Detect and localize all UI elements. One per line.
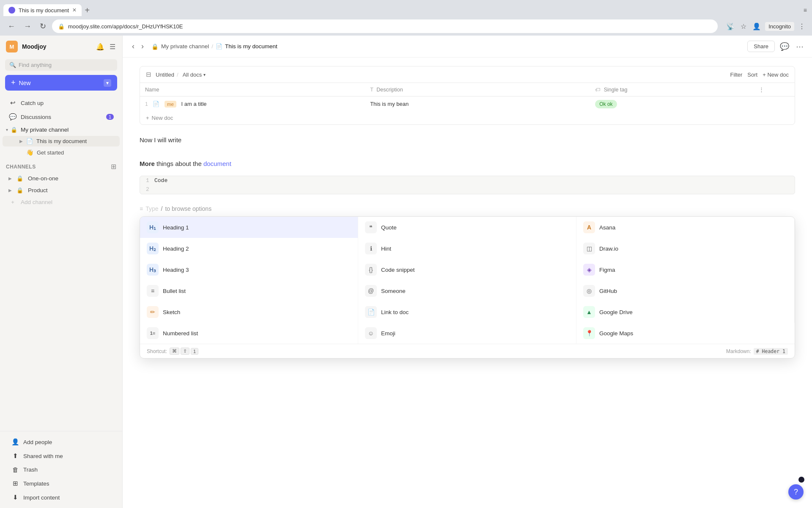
key-cmd: ⌘ xyxy=(170,348,179,355)
comment-btn[interactable]: 💬 xyxy=(778,40,791,53)
code-line-1: 1 Code xyxy=(140,176,795,185)
cmd-heading1[interactable]: H₁ Heading 1 xyxy=(140,217,358,238)
url-text: moodjoy.slite.com/app/docs/r_DHzUYfHSK10… xyxy=(68,23,712,30)
cmd-emoji[interactable]: ☺ Emoji xyxy=(358,323,576,344)
sidebar: M Moodjoy 🔔 ☰ 🔍 Find anything + New ▾ ↩ … xyxy=(0,36,123,508)
doc-item-this-is-my-document[interactable]: ▶ 📄 This is my document xyxy=(3,136,120,146)
sidebar-item-trash[interactable]: 🗑 Trash xyxy=(5,463,117,476)
numbered-list-label: Numbered list xyxy=(163,330,198,337)
tab-close-btn[interactable]: × xyxy=(72,7,76,14)
db-all-docs-chevron: ▾ xyxy=(203,72,206,77)
markdown-label: Markdown: xyxy=(726,348,751,354)
forward-btn[interactable]: → xyxy=(21,20,34,33)
notifications-btn[interactable]: 🔔 xyxy=(95,42,105,52)
shortcut-keys: ⌘ ⇧ 1 xyxy=(170,348,198,355)
help-btn[interactable]: ? xyxy=(788,484,804,500)
cmd-numbered-list[interactable]: 1≡ Numbered list xyxy=(140,323,358,344)
topbar-actions: Share 💬 ⋯ xyxy=(747,40,805,53)
db-header: ⊟ Untitled / All docs ▾ Filter Sort + Ne… xyxy=(140,66,795,83)
add-row-btn[interactable]: + New doc xyxy=(140,111,795,124)
ai-dot xyxy=(798,477,804,483)
new-btn-dropdown-icon[interactable]: ▾ xyxy=(104,79,111,87)
cmd-drawio[interactable]: ◫ Draw.io xyxy=(576,238,795,259)
db-sort-btn[interactable]: Sort xyxy=(747,72,757,78)
breadcrumb-doc-icon: 📄 xyxy=(216,43,222,50)
search-bar[interactable]: 🔍 Find anything xyxy=(5,59,117,71)
heading3-icon: H₃ xyxy=(147,264,159,276)
db-table: Name T Description 🏷 Single tag ⋮ xyxy=(140,83,795,111)
new-tab-btn[interactable]: + xyxy=(82,6,93,15)
sidebar-item-import-content[interactable]: ⬇ Import content xyxy=(5,491,117,504)
cmd-github[interactable]: ◎ GitHub xyxy=(576,280,795,301)
cmd-heading2[interactable]: H₂ Heading 2 xyxy=(140,238,358,259)
cast-btn[interactable]: 📡 xyxy=(724,21,736,32)
new-btn-plus-icon: + xyxy=(11,78,16,87)
cmd-someone[interactable]: @ Someone xyxy=(358,280,576,301)
cmd-quote[interactable]: ❝ Quote xyxy=(358,217,576,238)
share-btn[interactable]: Share xyxy=(747,41,775,52)
someone-label: Someone xyxy=(381,288,406,294)
breadcrumb-channel-link[interactable]: My private channel xyxy=(161,43,209,50)
more-options-btn[interactable]: ⋯ xyxy=(794,40,805,53)
add-people-label: Add people xyxy=(23,439,111,445)
cmd-asana[interactable]: A Asana xyxy=(576,217,795,238)
top-bar: ‹ › 🔒 My private channel / 📄 This is my … xyxy=(123,36,812,58)
db-new-doc-btn[interactable]: + New doc xyxy=(763,72,789,78)
sidebar-item-add-people[interactable]: 👤 Add people xyxy=(5,435,117,449)
main-content: ‹ › 🔒 My private channel / 📄 This is my … xyxy=(123,36,812,508)
collapse-sidebar-btn[interactable]: ☰ xyxy=(109,42,116,52)
cmd-figma[interactable]: ◈ Figma xyxy=(576,259,795,280)
col-header-more[interactable]: ⋮ xyxy=(754,83,795,97)
browser-chrome: This is my document × + ≡ ← → ↻ 🔒 moodjo… xyxy=(0,0,812,36)
header-icons: 🔔 ☰ xyxy=(95,42,116,52)
new-btn[interactable]: + New ▾ xyxy=(5,75,117,91)
channel-one-on-one[interactable]: ▶ 🔒 One-on-one xyxy=(3,173,120,184)
trash-label: Trash xyxy=(23,467,111,473)
key-1: 1 xyxy=(191,348,198,355)
paragraph-2-text: things about the xyxy=(156,160,203,167)
paragraph-2-link[interactable]: document xyxy=(203,160,231,167)
cmd-link-to-doc[interactable]: 📄 Link to doc xyxy=(358,301,576,323)
add-row-plus-icon: + xyxy=(146,115,149,121)
paragraph-1: Now I will write xyxy=(140,135,795,145)
emoji-label: Emoji xyxy=(381,330,395,337)
code-block: 1 Code 2 xyxy=(140,176,795,194)
tab-list-btn[interactable]: ≡ xyxy=(802,5,809,15)
heading3-label: Heading 3 xyxy=(163,267,189,273)
cmd-hint[interactable]: ℹ Hint xyxy=(358,238,576,259)
db-breadcrumb-sep: / xyxy=(177,72,178,78)
cmd-bullet-list[interactable]: ≡ Bullet list xyxy=(140,280,358,301)
search-placeholder: Find anything xyxy=(19,62,52,68)
profile-btn[interactable]: 👤 xyxy=(751,21,763,32)
topbar-forward-btn[interactable]: › xyxy=(139,40,146,52)
doc-item-get-started[interactable]: 👋 Get started xyxy=(3,147,120,158)
cmd-google-drive[interactable]: ▲ Google Drive xyxy=(576,301,795,323)
channels-add-btn[interactable]: ⊞ xyxy=(111,163,116,171)
cmd-google-maps[interactable]: 📍 Google Maps xyxy=(576,323,795,344)
db-all-docs-btn[interactable]: All docs ▾ xyxy=(183,72,206,78)
address-input[interactable]: 🔒 moodjoy.slite.com/app/docs/r_DHzUYfHSK… xyxy=(52,19,718,33)
add-channel-item[interactable]: + Add channel xyxy=(3,196,120,208)
more-btn[interactable]: ⋮ xyxy=(797,21,807,32)
db-filter-btn[interactable]: Filter xyxy=(730,72,742,78)
row-more-cell[interactable] xyxy=(754,97,795,112)
cmd-heading3[interactable]: H₃ Heading 3 xyxy=(140,259,358,280)
quote-label: Quote xyxy=(381,224,397,231)
sidebar-item-discussions[interactable]: 💬 Discussions 1 xyxy=(3,110,120,124)
back-btn[interactable]: ← xyxy=(5,20,18,33)
sidebar-item-templates[interactable]: ⊞ Templates xyxy=(5,477,117,490)
channel-product[interactable]: ▶ 🔒 Product xyxy=(3,185,120,196)
active-tab[interactable]: This is my document × xyxy=(3,4,82,16)
bookmark-btn[interactable]: ☆ xyxy=(739,21,748,32)
cmd-sketch[interactable]: ✏ Sketch xyxy=(140,301,358,323)
breadcrumb-separator: / xyxy=(211,43,213,50)
sidebar-item-catch-up[interactable]: ↩ Catch up xyxy=(3,96,120,110)
sidebar-item-shared-with-me[interactable]: ⬆ Shared with me xyxy=(5,449,117,463)
reload-btn[interactable]: ↻ xyxy=(37,20,49,33)
table-row[interactable]: 1 📄 me I am a title This is my bean Ok o… xyxy=(140,97,795,112)
topbar-back-btn[interactable]: ‹ xyxy=(129,40,137,52)
my-private-channel[interactable]: ▾ 🔒 My private channel xyxy=(0,124,122,135)
row-num: 1 xyxy=(145,101,148,107)
cmd-code-snippet[interactable]: {} Code snippet xyxy=(358,259,576,280)
hint-label: Hint xyxy=(381,246,391,252)
